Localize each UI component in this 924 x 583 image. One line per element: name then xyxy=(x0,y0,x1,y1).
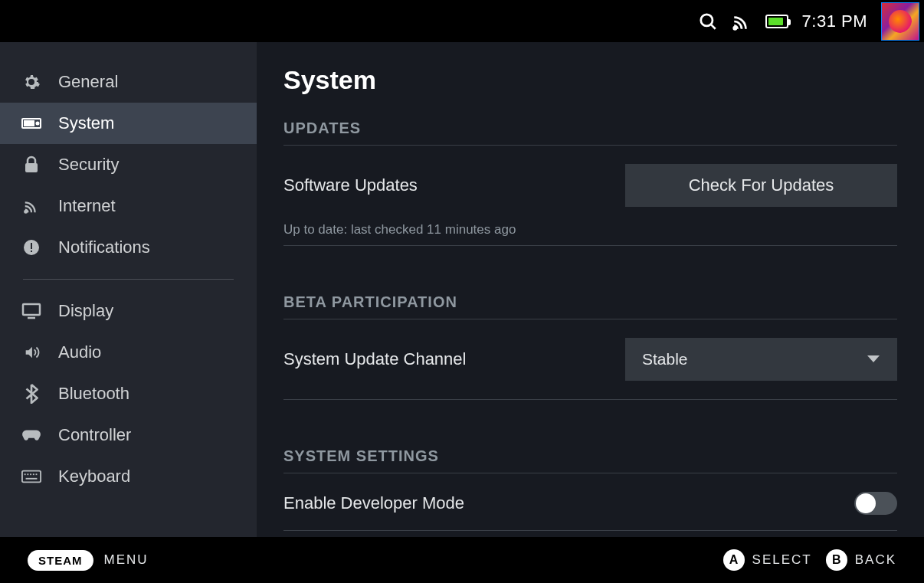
alert-icon xyxy=(21,237,41,257)
hint-back[interactable]: B BACK xyxy=(826,549,896,571)
software-updates-label: Software Updates xyxy=(283,175,418,195)
footer: STEAM MENU A SELECT B BACK xyxy=(0,537,924,583)
gear-icon xyxy=(21,72,41,92)
sidebar-item-label: Notifications xyxy=(58,237,150,257)
bluetooth-icon xyxy=(21,384,41,404)
section-header-system-settings: SYSTEM SETTINGS xyxy=(283,447,897,465)
divider xyxy=(283,319,897,319)
svg-rect-18 xyxy=(36,473,38,475)
speaker-icon xyxy=(21,342,41,362)
select-label: SELECT xyxy=(752,552,812,568)
sidebar-item-internet[interactable]: Internet xyxy=(0,185,257,227)
divider xyxy=(283,473,897,473)
svg-rect-16 xyxy=(30,473,31,475)
svg-point-7 xyxy=(25,211,27,213)
console-icon xyxy=(21,113,41,133)
update-status-text: Up to date: last checked 11 minutes ago xyxy=(283,222,897,237)
section-header-beta: BETA PARTICIPATION xyxy=(283,293,897,311)
svg-point-0 xyxy=(700,14,712,25)
sidebar-item-bluetooth[interactable]: Bluetooth xyxy=(0,373,257,414)
sidebar-item-label: System xyxy=(58,113,114,133)
svg-line-1 xyxy=(711,25,715,28)
sidebar-divider xyxy=(23,279,234,280)
sidebar-item-label: Security xyxy=(58,155,119,175)
developer-mode-label: Enable Developer Mode xyxy=(283,493,464,513)
a-button-icon: A xyxy=(723,549,745,571)
search-icon[interactable] xyxy=(698,11,718,31)
hint-select[interactable]: A SELECT xyxy=(723,549,812,571)
check-for-updates-button[interactable]: Check For Updates xyxy=(625,164,897,207)
topbar: 7:31 PM xyxy=(0,0,924,42)
update-channel-dropdown[interactable]: Stable xyxy=(625,338,897,381)
sidebar-item-general[interactable]: General xyxy=(0,61,257,103)
sidebar-item-label: Audio xyxy=(58,342,101,362)
svg-rect-14 xyxy=(25,473,26,475)
sidebar-item-display[interactable]: Display xyxy=(0,290,257,332)
sidebar-item-audio[interactable]: Audio xyxy=(0,332,257,373)
svg-rect-6 xyxy=(25,163,38,172)
back-label: BACK xyxy=(855,552,896,568)
monitor-icon xyxy=(21,301,41,321)
chevron-down-icon xyxy=(867,355,880,364)
sidebar-item-label: Internet xyxy=(58,196,116,216)
sidebar-item-keyboard[interactable]: Keyboard xyxy=(0,456,257,497)
divider xyxy=(283,530,897,531)
cast-icon[interactable] xyxy=(732,11,752,31)
sidebar-item-notifications[interactable]: Notifications xyxy=(0,227,257,268)
clock: 7:31 PM xyxy=(802,11,867,31)
svg-rect-13 xyxy=(22,471,41,483)
update-channel-label: System Update Channel xyxy=(283,349,466,369)
divider xyxy=(283,245,897,246)
sidebar-item-system[interactable]: System xyxy=(0,103,257,144)
developer-mode-toggle[interactable] xyxy=(854,492,897,515)
menu-label: MENU xyxy=(104,552,149,568)
battery-icon xyxy=(765,15,788,28)
steam-button[interactable]: STEAM xyxy=(28,550,93,571)
divider xyxy=(283,145,897,146)
sidebar-item-label: Keyboard xyxy=(58,467,130,486)
dropdown-value: Stable xyxy=(642,350,688,368)
svg-rect-19 xyxy=(26,478,38,480)
svg-point-2 xyxy=(733,27,736,29)
lock-icon xyxy=(21,155,41,175)
avatar[interactable] xyxy=(881,2,919,41)
svg-point-5 xyxy=(37,123,39,125)
sidebar-item-label: General xyxy=(58,72,118,92)
sidebar-item-label: Display xyxy=(58,301,113,321)
b-button-icon: B xyxy=(826,549,847,571)
svg-rect-4 xyxy=(25,121,34,126)
svg-rect-11 xyxy=(23,304,40,315)
sidebar-item-label: Bluetooth xyxy=(58,384,129,404)
keyboard-icon xyxy=(21,467,41,486)
controller-icon xyxy=(21,425,41,445)
sidebar: General System Security Internet Notific… xyxy=(0,42,257,537)
svg-rect-9 xyxy=(31,243,32,249)
main-content: System UPDATES Software Updates Check Fo… xyxy=(257,42,924,537)
svg-rect-10 xyxy=(31,251,32,252)
toggle-knob xyxy=(856,493,876,513)
svg-rect-15 xyxy=(27,473,28,475)
sidebar-item-security[interactable]: Security xyxy=(0,144,257,185)
page-title: System xyxy=(283,65,897,95)
divider xyxy=(283,399,897,400)
sidebar-item-label: Controller xyxy=(58,425,131,445)
sidebar-item-controller[interactable]: Controller xyxy=(0,414,257,456)
svg-rect-17 xyxy=(33,473,34,475)
section-header-updates: UPDATES xyxy=(283,120,897,137)
wifi-icon xyxy=(21,196,41,216)
